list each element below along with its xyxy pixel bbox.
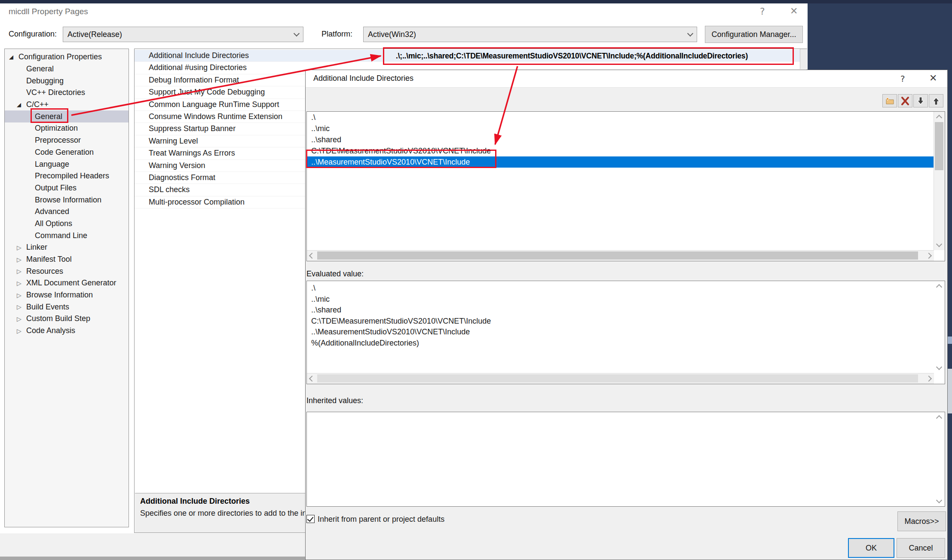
tree-expanded-icon[interactable]: ◢ [17,101,21,108]
directory-list-item[interactable]: .\ [307,112,945,123]
tree-item[interactable]: ▷Browse Information [5,289,129,301]
tree-item[interactable]: Command Line [5,230,129,242]
tree-item[interactable]: Optimization [5,122,129,135]
tree-item-label: Code Analysis [26,326,75,335]
move-down-button[interactable] [913,94,928,107]
tree-item[interactable]: ▷XML Document Generator [5,277,129,289]
tree-item[interactable]: Debugging [5,75,129,87]
tree-collapsed-icon[interactable]: ▷ [17,303,21,310]
evaluated-line: C:\TDE\MeasurementStudioVS2010\VCNET\Inc… [307,316,945,327]
tree-item[interactable]: ▷Custom Build Step [5,313,129,325]
tree-item-label: Configuration Properties [18,52,102,61]
macros-button[interactable]: Macros>> [897,511,946,531]
tree-item[interactable]: Advanced [5,206,129,218]
inherited-values-box[interactable] [306,412,945,507]
tree-collapsed-icon[interactable]: ▷ [17,268,21,275]
configuration-label: Configuration: [9,30,57,39]
delete-button[interactable] [898,94,912,107]
directory-list-item[interactable]: ..\mic [307,123,945,134]
tree-item-label: Output Files [35,184,77,193]
tree-collapsed-icon[interactable]: ▷ [17,256,21,263]
grid-scrollbar[interactable] [800,49,807,69]
evaluated-horizontal-scrollbar[interactable] [307,373,934,384]
tree-item[interactable]: Preprocessor [5,135,129,147]
evaluated-vertical-scrollbar[interactable] [934,281,945,373]
tree-expanded-icon[interactable]: ◢ [9,54,13,60]
move-up-button[interactable] [929,94,943,107]
tree-item[interactable]: Code Generation [5,147,129,159]
close-icon[interactable]: ✕ [929,73,937,83]
list-vertical-scrollbar[interactable] [934,112,945,250]
scrollbar-thumb[interactable] [317,374,918,383]
scroll-up-icon[interactable] [935,413,943,422]
scroll-down-icon[interactable] [935,364,943,372]
tree-item[interactable]: Language [5,158,129,170]
selected-property-value[interactable]: .\;..\mic;..\shared;C:\TDE\MeasurementSt… [396,47,748,65]
tree-item[interactable]: ▷Code Analysis [5,325,129,337]
scroll-up-icon[interactable] [935,282,943,291]
scroll-down-icon[interactable] [935,241,943,249]
cancel-button[interactable]: Cancel [897,538,945,558]
tree-collapsed-icon[interactable]: ▷ [17,315,21,322]
directory-list-item-selected[interactable]: ..\MeasurementStudioVS2010\VCNET\Include [307,156,934,168]
directory-list[interactable]: .\ ..\mic ..\shared C:\TDE\MeasurementSt… [306,111,945,261]
tree-item-label: Browse Information [26,291,93,300]
tree-item[interactable]: ◢C/C++ [5,99,129,111]
tree-item[interactable]: VC++ Directories [5,87,129,99]
ok-button[interactable]: OK [848,538,894,558]
tree-collapsed-icon[interactable]: ▷ [17,292,21,299]
chevron-down-icon [687,31,693,37]
dialog-title: Additional Include Directories [313,74,413,83]
tree-collapsed-icon[interactable]: ▷ [17,327,21,334]
tree-item[interactable]: ▷Linker [5,242,129,254]
tree-item-label: General [35,112,62,121]
list-horizontal-scrollbar[interactable] [307,250,934,261]
scroll-right-icon[interactable] [925,374,934,383]
evaluated-value-box[interactable]: .\ ..\mic ..\shared C:\TDE\MeasurementSt… [306,281,945,384]
dialog-titlebar[interactable]: Additional Include Directories ? ✕ [306,70,947,88]
new-folder-icon [885,96,895,106]
scroll-right-icon[interactable] [925,251,934,260]
window-bottom-edge [0,557,305,560]
help-icon[interactable]: ? [760,6,765,17]
directory-list-item[interactable]: C:\TDE\MeasurementStudioVS2010\VCNET\Inc… [307,145,945,156]
platform-label: Platform: [321,30,352,39]
tree-item[interactable]: Output Files [5,182,129,194]
tree-item[interactable]: Browse Information [5,194,129,206]
platform-dropdown[interactable]: Active(Win32) [363,27,697,42]
tree-item-label: Command Line [35,231,87,240]
directory-list-item[interactable]: ..\shared [307,134,945,145]
vs-top-strip [0,0,952,3]
inherit-checkbox-label[interactable]: Inherit from parent or project defaults [318,515,444,524]
scrollbar-thumb[interactable] [317,251,918,260]
scrollbar-thumb[interactable] [935,122,943,170]
tree-item[interactable]: Precompiled Headers [5,170,129,182]
scroll-left-icon[interactable] [307,251,315,260]
evaluated-line: %(AdditionalIncludeDirectories) [307,338,945,349]
vs-background-corner [808,3,952,70]
inherited-vertical-scrollbar[interactable] [934,412,945,506]
window-footer-area [0,533,305,557]
tree-item-general-selected[interactable]: General [5,110,129,122]
scroll-down-icon[interactable] [935,497,943,505]
tree-item[interactable]: ◢Configuration Properties [5,51,129,63]
tree-item[interactable]: ▷Resources [5,265,129,277]
tree-item-label: All Options [35,219,72,228]
tree-item[interactable]: ▷Manifest Tool [5,254,129,266]
tree-item[interactable]: ▷Build Events [5,301,129,313]
close-icon[interactable]: ✕ [790,6,798,16]
tree-collapsed-icon[interactable]: ▷ [17,280,21,287]
checkmark-icon [307,515,313,522]
inherit-checkbox[interactable] [306,515,315,523]
configuration-value: Active(Release) [67,30,294,39]
help-icon[interactable]: ? [900,73,905,84]
tree-item[interactable]: All Options [5,218,129,230]
tree-item[interactable]: General [5,63,129,75]
tree-item-label: Linker [26,243,47,252]
tree-collapsed-icon[interactable]: ▷ [17,244,21,251]
scroll-left-icon[interactable] [307,374,315,383]
configuration-dropdown[interactable]: Active(Release) [63,27,303,42]
new-line-button[interactable] [882,94,897,107]
configuration-manager-button[interactable]: Configuration Manager... [705,26,803,43]
scroll-up-icon[interactable] [935,113,943,121]
